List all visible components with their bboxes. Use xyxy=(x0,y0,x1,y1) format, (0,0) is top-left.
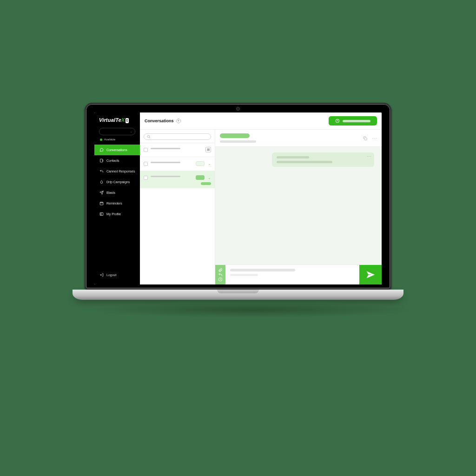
brand-x: X xyxy=(121,117,125,123)
sidebar-item-label: Drip Campaigns xyxy=(106,180,130,184)
conversation-tag xyxy=(201,182,211,185)
chevron-down-icon[interactable]: ⌄ xyxy=(208,162,211,166)
chat-thread[interactable]: ⋯ xyxy=(215,147,382,264)
sidebar: VirtualTeXt ⌄ Available Conversations xyxy=(94,112,140,284)
button-label-placeholder xyxy=(343,120,370,122)
sidebar-item-label: Blasts xyxy=(106,191,115,194)
composer-tools xyxy=(215,265,225,284)
sidebar-item-label: Conversations xyxy=(106,148,127,152)
account-selector[interactable]: ⌄ xyxy=(99,128,135,135)
new-conversation-button[interactable] xyxy=(329,116,377,126)
status-label: Available xyxy=(104,138,115,141)
status-badge xyxy=(196,161,205,166)
contact-name-placeholder xyxy=(151,162,180,163)
brand-logo: VirtualTeXt xyxy=(94,117,140,126)
checkbox[interactable] xyxy=(144,162,148,166)
app-screen: VirtualTeXt ⌄ Available Conversations xyxy=(94,112,382,284)
logout-icon xyxy=(99,273,104,277)
sidebar-nav: Conversations Contacts Canned Responses xyxy=(94,145,140,219)
message-bubble-outgoing: ⋯ xyxy=(272,152,374,167)
help-icon[interactable]: ? xyxy=(176,119,181,123)
sidebar-item-label: Contacts xyxy=(106,159,119,162)
checkbox[interactable] xyxy=(144,148,148,152)
chat-contact-sub-placeholder xyxy=(220,140,256,143)
search-icon xyxy=(147,135,151,139)
sidebar-item-label: My Profile xyxy=(106,212,121,216)
logout-button[interactable]: Logout xyxy=(94,269,140,281)
contact-name-placeholder xyxy=(151,176,180,177)
sidebar-item-contacts[interactable]: Contacts xyxy=(94,155,140,166)
svg-rect-1 xyxy=(100,202,103,205)
chat-icon xyxy=(99,148,104,152)
checkbox[interactable] xyxy=(144,176,148,180)
content: ▦ ⌄ ⌄ xyxy=(140,130,382,284)
camera-dot xyxy=(236,107,240,111)
chevron-down-icon[interactable]: ⌄ xyxy=(208,176,211,180)
sidebar-item-my-profile[interactable]: My Profile xyxy=(94,209,140,219)
more-icon[interactable]: ⋯ xyxy=(372,136,377,141)
search-input[interactable] xyxy=(144,133,211,140)
clock-icon xyxy=(335,119,340,123)
status-dot-icon xyxy=(100,139,102,141)
schedule-icon[interactable] xyxy=(218,277,223,282)
presence-status[interactable]: Available xyxy=(94,136,140,145)
profile-icon xyxy=(99,212,104,216)
svg-point-5 xyxy=(147,135,150,138)
laptop-mockup: VirtualTeXt ⌄ Available Conversations xyxy=(85,103,391,317)
message-input[interactable] xyxy=(225,265,359,284)
attachment-icon[interactable] xyxy=(218,268,223,272)
message-composer xyxy=(215,264,382,284)
input-placeholder-line xyxy=(230,269,295,271)
brand-part1: Virtual xyxy=(99,117,115,123)
conversation-row-selected[interactable]: ⌄ xyxy=(140,171,215,188)
brand-badge: t xyxy=(126,118,129,123)
svg-point-3 xyxy=(100,213,101,214)
conversation-row[interactable]: ⌄ xyxy=(140,157,215,171)
sidebar-item-reminders[interactable]: Reminders xyxy=(94,198,140,209)
sidebar-item-canned-responses[interactable]: Canned Responses xyxy=(94,166,140,177)
calendar-icon xyxy=(99,201,104,205)
status-badge xyxy=(196,175,205,180)
chat-contact-name-placeholder xyxy=(220,133,250,138)
main-panel: Conversations ? xyxy=(140,112,382,284)
send-button[interactable] xyxy=(359,265,382,284)
drip-icon xyxy=(99,180,104,184)
sidebar-item-blasts[interactable]: Blasts xyxy=(94,187,140,198)
logout-label: Logout xyxy=(106,273,116,277)
sidebar-item-label: Reminders xyxy=(106,202,122,205)
chat-header: ⋯ xyxy=(215,130,382,147)
page-title-text: Conversations xyxy=(145,119,174,123)
sidebar-item-label: Canned Responses xyxy=(106,170,135,173)
laptop-base xyxy=(73,290,403,300)
send-icon xyxy=(99,191,104,195)
contact-name-placeholder xyxy=(151,148,180,149)
chevron-down-icon: ⌄ xyxy=(130,130,132,133)
sidebar-item-conversations[interactable]: Conversations xyxy=(94,145,140,155)
message-line-placeholder xyxy=(277,156,309,159)
screen-bezel: VirtualTeXt ⌄ Available Conversations xyxy=(85,103,391,290)
input-placeholder-line xyxy=(230,274,258,276)
sidebar-item-drip-campaigns[interactable]: Drip Campaigns xyxy=(94,177,140,187)
conversation-list: ▦ ⌄ ⌄ xyxy=(140,130,215,284)
copy-icon[interactable] xyxy=(363,136,368,141)
page-title: Conversations ? xyxy=(145,119,181,123)
message-menu-icon[interactable]: ⋯ xyxy=(367,155,371,158)
conversation-row[interactable]: ▦ xyxy=(140,143,215,157)
message-line-placeholder xyxy=(277,161,332,163)
canned-reply-icon[interactable] xyxy=(218,272,223,277)
brand-part2: Te xyxy=(115,117,121,123)
svg-rect-0 xyxy=(100,159,102,162)
svg-rect-6 xyxy=(364,138,367,140)
chat-panel: ⋯ ⋯ xyxy=(215,130,382,284)
contacts-icon xyxy=(99,159,104,163)
laptop-shadow xyxy=(85,303,419,317)
qr-icon[interactable]: ▦ xyxy=(205,147,211,152)
topbar: Conversations ? xyxy=(140,112,382,130)
reply-icon xyxy=(99,169,104,173)
